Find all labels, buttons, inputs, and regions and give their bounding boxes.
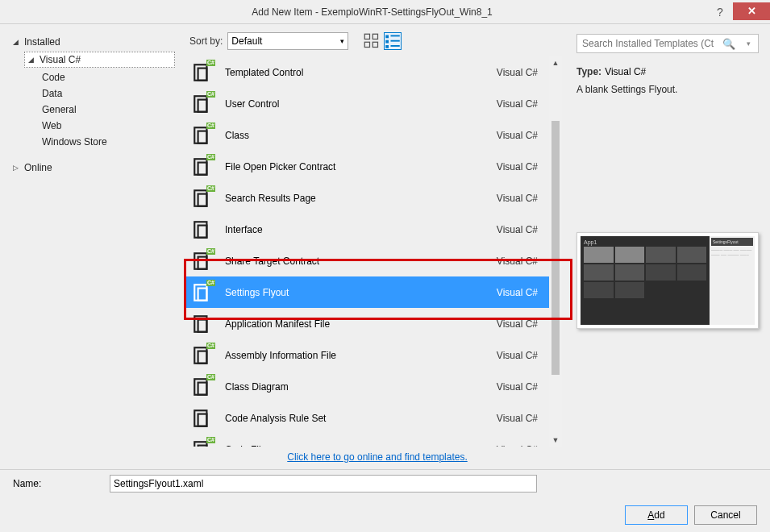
template-name: File Open Picker Contract [225,161,485,172]
search-icon[interactable]: 🔍 [719,38,739,50]
online-templates-link[interactable]: Click here to go online and find templat… [287,451,467,463]
scroll-thumb[interactable] [551,121,560,375]
tree-online[interactable]: ▷ Online [11,160,175,176]
template-icon: C# [191,187,214,210]
template-row[interactable]: C#Code FileVisual C# [186,434,549,447]
close-button[interactable]: ✕ [733,2,770,20]
tree-child-code[interactable]: Code [11,69,175,85]
scroll-up-icon[interactable]: ▲ [549,56,562,69]
template-row[interactable]: C#User ControlVisual C# [186,88,549,119]
svg-rect-17 [198,162,207,174]
template-name: Templated Control [225,67,485,78]
template-row[interactable]: C#Class DiagramVisual C# [186,371,549,402]
svg-rect-33 [198,414,207,426]
template-icon [191,313,214,335]
svg-rect-19 [198,193,207,206]
cancel-button[interactable]: Cancel [694,505,757,525]
template-lang: Visual C# [497,98,538,110]
info-type: Type:Visual C# [576,66,759,77]
svg-rect-23 [198,256,207,268]
chevron-down-icon: ▾ [340,37,344,45]
template-lang: Visual C# [497,256,538,267]
svg-rect-25 [198,288,207,300]
svg-rect-2 [365,42,370,47]
template-lang: Visual C# [497,193,538,204]
template-lang: Visual C# [497,161,538,172]
template-icon: C# [191,124,214,147]
template-lang: Visual C# [497,413,538,424]
help-button[interactable]: ? [707,2,733,22]
svg-rect-15 [198,131,207,143]
template-lang: Visual C# [497,224,538,235]
svg-rect-1 [373,34,378,39]
template-name: Settings Flyout [225,287,485,298]
svg-rect-0 [365,34,370,39]
template-icon: C# [191,376,214,398]
template-lang: Visual C# [497,130,538,141]
tree-child-general[interactable]: General [11,102,175,118]
name-input[interactable] [110,475,537,493]
template-row[interactable]: Code Analysis Rule SetVisual C# [186,402,549,434]
svg-rect-32 [194,410,206,426]
template-lang: Visual C# [497,67,538,78]
svg-rect-22 [194,253,206,269]
sort-label: Sort by: [189,35,223,47]
chevron-right-icon: ▷ [13,164,21,172]
svg-rect-14 [194,127,206,143]
sort-dropdown[interactable]: Default ▾ [227,32,348,50]
search-dropdown-icon[interactable]: ▾ [739,39,758,48]
template-name: User Control [225,98,485,110]
search-input-wrap: 🔍 ▾ [576,34,759,53]
svg-rect-31 [198,382,207,394]
svg-rect-6 [386,40,389,44]
tree-child-windows-store[interactable]: Windows Store [11,134,175,150]
template-row[interactable]: Application Manifest FileVisual C# [186,308,549,339]
svg-rect-5 [391,35,400,37]
svg-rect-21 [198,225,207,237]
template-lang: Visual C# [497,350,538,361]
chevron-down-icon: ◢ [28,56,36,64]
template-row[interactable]: C#File Open Picker ContractVisual C# [186,151,549,182]
template-icon: C# [191,250,214,272]
template-row[interactable]: C#Settings FlyoutVisual C# [186,276,549,308]
svg-rect-35 [198,445,207,447]
template-row[interactable]: C#Search Results PageVisual C# [186,182,549,214]
svg-rect-27 [198,319,207,331]
template-name: Code File [225,444,485,447]
add-button[interactable]: Add [625,505,688,525]
template-row[interactable]: C#Assembly Information FileVisual C# [186,339,549,371]
tree-visual-csharp[interactable]: ◢ Visual C# [24,52,175,68]
template-name: Search Results Page [225,193,485,204]
search-input[interactable] [577,38,719,49]
svg-rect-3 [373,42,378,47]
view-medium-icons-button[interactable] [363,32,381,50]
view-small-icons-button[interactable] [384,32,402,50]
template-lang: Visual C# [497,444,538,447]
template-icon: C# [191,93,214,115]
svg-rect-10 [194,64,206,81]
svg-rect-9 [391,45,400,47]
scrollbar[interactable]: ▲ ▼ [549,56,562,447]
info-description: A blank Settings Flyout. [576,84,759,95]
template-list[interactable]: C#Templated ControlVisual C#C#User Contr… [186,56,549,447]
scroll-down-icon[interactable]: ▼ [549,434,562,447]
template-name: Code Analysis Rule Set [225,413,485,424]
template-lang: Visual C# [497,381,538,393]
svg-rect-13 [198,99,207,111]
tree-child-data[interactable]: Data [11,85,175,102]
template-name: Assembly Information File [225,350,485,361]
template-row[interactable]: C#Share Target ContractVisual C# [186,245,549,276]
tree-installed[interactable]: ◢ Installed [11,34,175,50]
svg-rect-26 [194,316,206,332]
template-name: Class [225,130,485,141]
svg-rect-16 [194,159,206,175]
template-row[interactable]: C#ClassVisual C# [186,119,549,151]
svg-rect-24 [194,285,206,301]
template-row[interactable]: C#Templated ControlVisual C# [186,56,549,88]
svg-rect-28 [194,347,206,364]
template-icon [191,218,214,241]
tree-child-web[interactable]: Web [11,118,175,134]
template-lang: Visual C# [497,287,538,298]
template-name: Share Target Contract [225,256,485,267]
template-row[interactable]: InterfaceVisual C# [186,214,549,245]
